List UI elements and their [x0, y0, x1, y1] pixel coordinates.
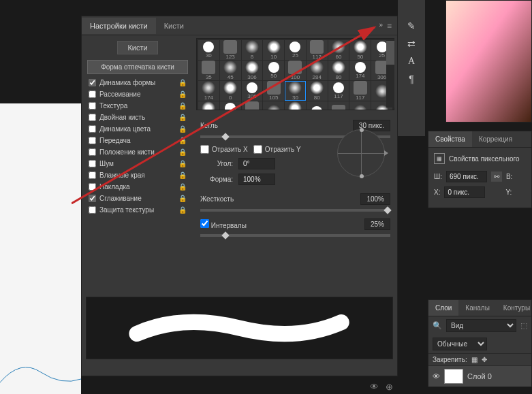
- tab-layers[interactable]: Слои: [428, 300, 458, 316]
- toggle-preview-icon[interactable]: 👁: [370, 382, 379, 392]
- brush-options-icon[interactable]: ✎: [407, 20, 416, 31]
- brush-preset-cell[interactable]: 35: [198, 61, 219, 80]
- checkbox-protect-texture[interactable]: [89, 206, 96, 214]
- tab-adjustments[interactable]: Коррекция: [472, 131, 519, 147]
- brush-preset-cell[interactable]: 117: [349, 81, 371, 101]
- tab-brush-settings[interactable]: Настройки кисти: [82, 18, 156, 34]
- sidebar-item-protect-texture[interactable]: Защита текстуры🔒: [84, 204, 191, 216]
- brush-preset-cell[interactable]: [349, 101, 371, 110]
- canvas-area[interactable]: [0, 103, 81, 394]
- brush-preset-cell[interactable]: 3: [242, 101, 263, 110]
- lock-icon[interactable]: 🔒: [178, 79, 187, 86]
- roundness-input[interactable]: [238, 174, 275, 185]
- spacing-checkbox[interactable]: Интервалы: [200, 219, 247, 229]
- brush-preset-cell[interactable]: 25: [285, 40, 306, 60]
- brush-preset-cell[interactable]: 60: [328, 40, 349, 60]
- brush-preset-cell[interactable]: 105: [263, 81, 284, 101]
- flip-x-checkbox[interactable]: Отразить X: [200, 145, 248, 154]
- tab-paths[interactable]: Контуры: [497, 300, 532, 316]
- lock-icon[interactable]: 🔒: [178, 206, 187, 214]
- lock-icon[interactable]: 🔒: [178, 171, 187, 179]
- checkbox-buildup[interactable]: [89, 183, 96, 191]
- brush-grid-scrollbar[interactable]: [386, 39, 394, 108]
- brushes-button[interactable]: Кисти: [117, 41, 157, 54]
- panel-menu-icon[interactable]: ≡: [387, 21, 392, 31]
- checkbox-transfer[interactable]: [89, 137, 96, 144]
- lock-icon[interactable]: 🔒: [178, 160, 187, 167]
- scrollbar-thumb[interactable]: [386, 41, 394, 65]
- brush-preset-cell[interactable]: 123: [220, 40, 241, 60]
- checkbox-noise[interactable]: [89, 160, 96, 167]
- swap-icon[interactable]: ⇄: [407, 38, 416, 49]
- brush-preset-cell[interactable]: 45: [220, 61, 241, 80]
- checkbox-scattering[interactable]: [89, 91, 96, 98]
- sidebar-item-buildup[interactable]: Накладка🔒: [84, 181, 191, 193]
- lock-pixels-icon[interactable]: ▦: [471, 356, 478, 363]
- checkbox-color-dynamics[interactable]: [89, 125, 96, 133]
- lock-icon[interactable]: 🔒: [178, 195, 187, 202]
- sidebar-item-brush-pose[interactable]: Положение кисти🔒: [84, 146, 191, 158]
- layer-thumbnail[interactable]: [444, 369, 463, 384]
- layer-name[interactable]: Слой 0: [467, 372, 492, 380]
- brush-preset-cell[interactable]: 30: [285, 81, 306, 101]
- brush-preset-cell[interactable]: [307, 101, 328, 110]
- visibility-icon[interactable]: 👁: [433, 372, 440, 380]
- checkbox-flip-x[interactable]: [200, 145, 209, 154]
- brush-preset-cell[interactable]: 50: [349, 40, 371, 60]
- lock-icon[interactable]: 🔒: [178, 102, 187, 110]
- checkbox-dual-brush[interactable]: [89, 114, 96, 121]
- sidebar-item-dual-brush[interactable]: Двойная кисть🔒: [84, 112, 191, 123]
- layer-row[interactable]: 👁 Слой 0: [428, 365, 531, 387]
- collapse-icon[interactable]: »: [379, 21, 381, 31]
- brush-preset-cell[interactable]: 306: [242, 61, 263, 80]
- brush-preset-cell[interactable]: 174: [349, 61, 371, 80]
- width-input[interactable]: [446, 171, 487, 182]
- brush-preset-cell[interactable]: 284: [307, 61, 328, 80]
- checkbox-shape-dynamics[interactable]: [89, 79, 96, 86]
- checkbox-texture[interactable]: [89, 102, 96, 110]
- slider-thumb[interactable]: [222, 133, 230, 140]
- sidebar-item-wet-edges[interactable]: Влажные края🔒: [84, 169, 191, 181]
- brush-preset-cell[interactable]: 105: [220, 101, 241, 110]
- flip-y-checkbox[interactable]: Отразить Y: [253, 145, 301, 154]
- slider-thumb[interactable]: [384, 206, 391, 214]
- sidebar-item-noise[interactable]: Шум🔒: [84, 158, 191, 169]
- lock-icon[interactable]: 🔒: [178, 183, 187, 191]
- brush-preset-cell[interactable]: 306: [242, 81, 263, 101]
- checkbox-smoothing[interactable]: [89, 195, 96, 202]
- sidebar-item-texture[interactable]: Текстура🔒: [84, 100, 191, 112]
- brush-preset-cell[interactable]: 100: [285, 61, 306, 80]
- spacing-value[interactable]: 25%: [364, 218, 390, 230]
- brush-preset-cell[interactable]: 10: [263, 40, 284, 60]
- sidebar-item-scattering[interactable]: Рассеивание🔒: [84, 88, 191, 100]
- checkbox-flip-y[interactable]: [253, 145, 262, 154]
- sidebar-item-shape-dynamics[interactable]: Динамика формы🔒: [84, 77, 191, 88]
- brush-tip-shape-header[interactable]: Форма отпечатка кисти: [87, 60, 188, 74]
- brush-preset-cell[interactable]: 80: [307, 81, 328, 101]
- brush-preset-cell[interactable]: 30: [285, 101, 306, 110]
- pilcrow-icon[interactable]: ¶: [409, 73, 414, 84]
- lock-icon[interactable]: 🔒: [178, 148, 187, 156]
- blend-mode-select[interactable]: Обычные: [433, 338, 487, 350]
- checkbox-brush-pose[interactable]: [89, 148, 96, 156]
- tab-brushes[interactable]: Кисти: [156, 18, 192, 34]
- brush-preset-cell[interactable]: 8: [242, 40, 263, 60]
- angle-input[interactable]: [238, 158, 275, 169]
- angle-handle[interactable]: [360, 128, 364, 132]
- brush-preset-cell[interactable]: [328, 101, 349, 110]
- new-preset-icon[interactable]: ⊕: [386, 382, 393, 392]
- brush-preset-cell[interactable]: 117: [328, 81, 349, 101]
- checkbox-wet-edges[interactable]: [89, 171, 96, 179]
- brush-preset-cell[interactable]: 174: [198, 81, 219, 101]
- brush-preset-cell[interactable]: 50: [263, 61, 284, 80]
- link-wh-icon[interactable]: ⚯: [491, 171, 502, 182]
- lock-icon[interactable]: 🔒: [178, 91, 187, 98]
- slider-thumb[interactable]: [222, 231, 230, 239]
- lock-position-icon[interactable]: ✥: [482, 356, 487, 363]
- brush-preset-cell[interactable]: 112: [307, 40, 328, 60]
- hardness-value[interactable]: 100%: [360, 193, 390, 205]
- sidebar-item-transfer[interactable]: Передача🔒: [84, 135, 191, 146]
- tab-channels[interactable]: Каналы: [458, 300, 497, 316]
- lock-icon[interactable]: 🔒: [178, 137, 187, 144]
- angle-handle[interactable]: [360, 174, 364, 178]
